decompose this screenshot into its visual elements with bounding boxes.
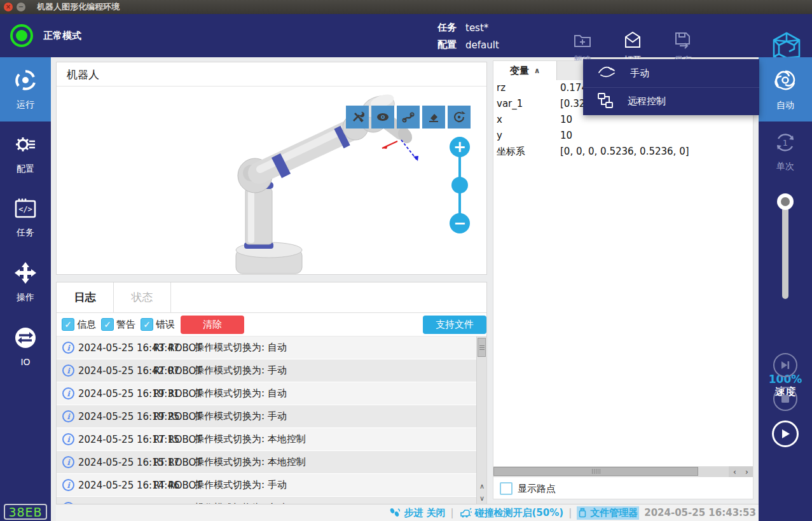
log-row[interactable]: i 2024-05-25 16:43:47 RT ROBOT 操作模式切换为: … <box>57 337 478 359</box>
new-file-icon <box>573 31 592 50</box>
log-filter-checkbox[interactable]: ✓ 信息 <box>62 318 96 331</box>
log-message: 操作模式切换为: 本地控制 <box>195 433 306 445</box>
log-row[interactable]: i 2024-05-25 16:15:17 RT ROBOT 操作模式切换为: … <box>57 451 478 474</box>
zoom-slider-thumb[interactable] <box>451 177 468 193</box>
path-button[interactable] <box>397 106 420 129</box>
collision-detection-toggle[interactable]: 碰撞检测开启(50%) <box>459 507 564 519</box>
config-value: default <box>465 39 499 51</box>
single-run-label: 单次 <box>776 161 794 172</box>
menu-item-label: 远程控制 <box>628 95 666 108</box>
log-filterbar: ✓ 信息 ✓ 警告 ✓ 错误 清除 支持文件 <box>57 313 486 337</box>
tab-status[interactable]: 状态 <box>114 282 171 312</box>
sidebar-item-run[interactable]: 运行 <box>0 57 51 122</box>
log-row[interactable]: i 2024-05-25 16:42:07 RT ROBOT 操作模式切换为: … <box>57 359 478 382</box>
svg-text:1: 1 <box>783 138 788 148</box>
run-icon <box>14 69 37 94</box>
config-label: 配置 <box>437 39 457 51</box>
step-forward-button[interactable] <box>773 353 797 377</box>
sidebar-item-label: 任务 <box>17 227 34 239</box>
log-scrollbar-thumb[interactable] <box>478 338 486 357</box>
show-waypoints-checkbox[interactable]: 显示路点 <box>500 482 556 495</box>
single-run-button[interactable]: 1 单次 <box>759 130 812 172</box>
variable-row[interactable]: 坐标系 [0, 0, 0, 0.5236, 0.5236, 0] <box>493 146 753 162</box>
menu-item-remote-control[interactable]: 远程控制 <box>583 87 759 115</box>
tab-log[interactable]: 日志 <box>57 282 114 312</box>
log-row[interactable]: i 2024-05-25 16:17:15 RT ROBOT 操作模式切换为: … <box>57 428 478 451</box>
right-sidebar: 自动 1 单次 100% 速度 <box>759 57 812 521</box>
variable-value: 10 <box>560 130 572 141</box>
log-message: 操作模式切换为: 手动 <box>195 365 287 377</box>
sidebar-item-config[interactable]: 配置 <box>0 122 51 186</box>
step-mode-toggle[interactable]: 步进 关闭 <box>389 507 445 519</box>
zoom-in-button[interactable]: + <box>450 137 470 157</box>
variable-value: [0, 0, 0, 0.5236, 0.5236, 0] <box>560 146 689 157</box>
robot-3d-panel: 机器人 <box>56 62 487 275</box>
auto-mode-button[interactable]: 自动 <box>759 57 812 122</box>
clear-log-button[interactable]: 清除 <box>181 316 244 334</box>
scroll-right-icon[interactable]: › <box>741 466 753 477</box>
log-row[interactable]: i 2024-05-25 16:19:31 RT ROBOT 操作模式切换为: … <box>57 382 478 405</box>
checkbox-checked-icon: ✓ <box>101 318 114 331</box>
log-message: 操作模式切换为: 手动 <box>195 410 287 422</box>
left-sidebar: 运行 配置 </> 任务 操作 IO <box>0 57 51 521</box>
code-window-icon: </> <box>14 198 37 222</box>
variable-name: x <box>497 114 502 125</box>
variable-value: 10 <box>560 114 572 125</box>
info-icon: i <box>62 342 74 354</box>
menu-item-manual[interactable]: 手动 <box>583 59 759 87</box>
sidebar-item-label: 操作 <box>17 292 34 303</box>
hscrollbar-thumb[interactable] <box>493 467 698 476</box>
log-row[interactable]: i 2024-05-25 16:14:46 RT ROBOT 操作模式切换为: … <box>57 474 478 497</box>
move-arrows-icon <box>14 261 37 287</box>
status-badge: 38EB <box>4 504 47 520</box>
sidebar-item-io[interactable]: IO <box>0 314 51 379</box>
mode-dropdown-menu: 手动 远程控制 <box>583 59 759 115</box>
sidebar-item-operate[interactable]: 操作 <box>0 250 51 314</box>
checkbox-checked-icon: ✓ <box>62 318 74 331</box>
log-list[interactable]: i 2024-05-25 16:43:47 RT ROBOT 操作模式切换为: … <box>57 337 478 504</box>
chevron-up-icon: ∧ <box>534 66 540 75</box>
speed-slider-track[interactable] <box>782 202 788 299</box>
mode-indicator: 正常模式 <box>10 14 81 57</box>
sidebar-item-label: 运行 <box>17 99 34 111</box>
reset-view-button[interactable] <box>448 106 471 129</box>
window-title: 机器人图形化编程环境 <box>37 1 120 13</box>
support-file-button[interactable]: 支持文件 <box>423 316 486 334</box>
task-label: 任务 <box>437 22 457 34</box>
log-row[interactable]: i 2024-05-25 16:19:25 RT ROBOT 操作模式切换为: … <box>57 405 478 428</box>
close-icon[interactable]: × <box>4 3 13 11</box>
log-message: 操作模式切换为: 自动 <box>195 387 287 399</box>
log-scrollbar[interactable]: ∧ ∨ <box>476 337 486 504</box>
save-icon <box>673 31 692 50</box>
sidebar-item-task[interactable]: </> 任务 <box>0 186 51 250</box>
variable-row[interactable]: x 10 <box>493 114 753 130</box>
log-panel: 日志 状态 ✓ 信息 ✓ 警告 ✓ 错误 清除 支持文件 <box>56 282 487 504</box>
zoom-out-button[interactable]: − <box>450 213 470 233</box>
eraser-button[interactable] <box>422 106 445 129</box>
titlebar: × − 机器人图形化编程环境 <box>0 0 812 14</box>
play-button[interactable] <box>772 420 799 447</box>
visibility-button[interactable] <box>371 106 394 129</box>
variables-hscrollbar[interactable]: ‹ › <box>493 466 753 477</box>
stop-button[interactable] <box>773 387 797 411</box>
scroll-left-icon[interactable]: ‹ <box>729 466 741 477</box>
scroll-down-icon[interactable]: ∨ <box>477 492 487 504</box>
tcp-axes <box>382 140 418 161</box>
checkbox-checked-icon: ✓ <box>141 318 153 331</box>
speed-slider-thumb[interactable] <box>777 193 794 210</box>
file-manager-button[interactable]: 文件管理器 <box>577 506 639 520</box>
robot-panel-title: 机器人 <box>57 62 486 87</box>
top-nav: 正常模式 任务 test* 配置 default 新建 打开 <box>0 14 812 57</box>
collision-icon <box>459 508 472 518</box>
variable-name: rz <box>497 82 506 94</box>
log-filter-checkbox[interactable]: ✓ 警告 <box>101 318 135 331</box>
tools-button[interactable] <box>346 106 369 129</box>
variable-name: y <box>497 130 502 141</box>
menu-item-label: 手动 <box>630 67 649 80</box>
scroll-up-icon[interactable]: ∧ <box>477 480 487 492</box>
minimize-icon[interactable]: − <box>17 3 25 11</box>
variables-collapse-toggle[interactable]: 变量 ∧ <box>493 61 557 80</box>
log-filter-checkbox[interactable]: ✓ 错误 <box>141 318 175 331</box>
info-icon: i <box>62 365 74 377</box>
variable-row[interactable]: y 10 <box>493 130 753 146</box>
